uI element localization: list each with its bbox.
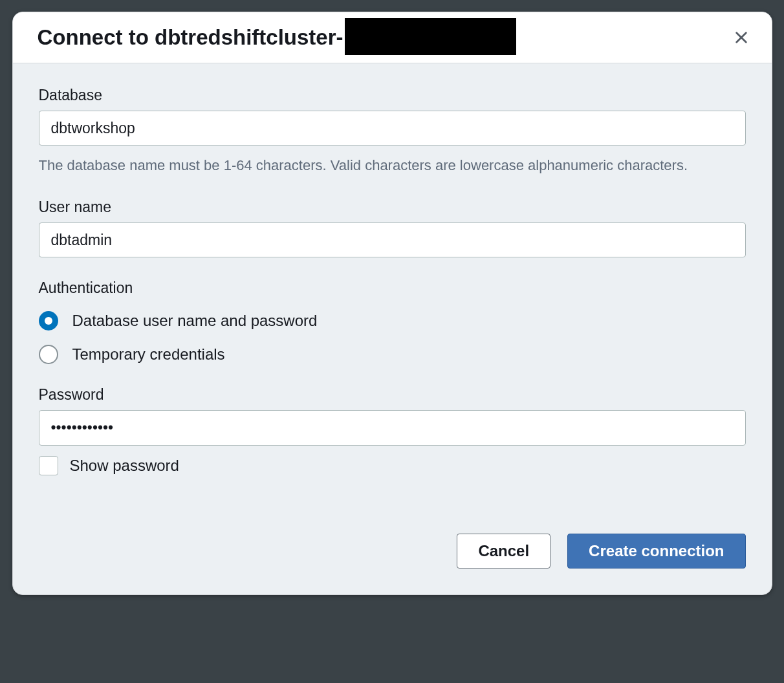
radio-temp-creds[interactable]: Temporary credentials [39,345,746,364]
redacted-block [345,18,516,55]
database-label: Database [39,87,746,104]
modal-footer: Cancel Create connection [39,534,746,569]
cancel-button[interactable]: Cancel [457,534,550,569]
modal-header: Connect to dbtredshiftcluster- [13,12,772,63]
close-icon [734,30,748,45]
password-input[interactable] [39,410,746,445]
password-field-group: Password Show password [39,386,746,475]
show-password-label: Show password [70,457,179,475]
close-button[interactable] [730,27,752,49]
radio-icon [39,311,58,331]
username-label: User name [39,199,746,216]
database-field-group: Database The database name must be 1-64 … [39,87,746,177]
modal-title: Connect to dbtredshiftcluster- [38,25,516,50]
authentication-options: Database user name and password Temporar… [39,311,746,364]
database-input[interactable] [39,111,746,146]
radio-label-temp-creds: Temporary credentials [72,345,225,363]
checkbox-icon [39,456,58,475]
radio-icon [39,345,58,364]
radio-db-user-pass[interactable]: Database user name and password [39,311,746,331]
password-label: Password [39,386,746,404]
authentication-field-group: Authentication Database user name and pa… [39,279,746,364]
username-input[interactable] [39,222,746,257]
modal-body: Database The database name must be 1-64 … [13,63,772,594]
modal-title-text: Connect to dbtredshiftcluster- [38,25,343,50]
username-field-group: User name [39,199,746,257]
authentication-label: Authentication [39,279,746,297]
radio-label-db-user-pass: Database user name and password [72,312,318,330]
database-help-text: The database name must be 1-64 character… [39,155,746,177]
show-password-toggle[interactable]: Show password [39,456,746,475]
connect-cluster-modal: Connect to dbtredshiftcluster- Database … [12,12,772,595]
create-connection-button[interactable]: Create connection [567,534,745,569]
